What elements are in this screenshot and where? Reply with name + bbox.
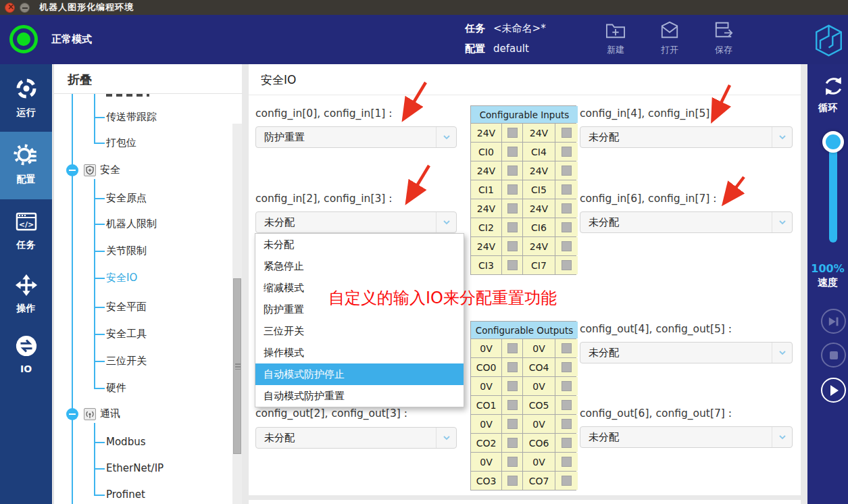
next-section-edge	[249, 500, 801, 504]
config-out45-label: config_out[4], config_out[5] :	[580, 323, 732, 335]
chevron-down-icon	[436, 428, 456, 448]
task-value: <未命名>*	[493, 22, 546, 35]
configurable-outputs-table: Configurable Outputs 0V0V CO0CO4 0V0V CO…	[470, 321, 576, 490]
divider	[249, 95, 801, 95]
tree-body: 传送带跟踪 打包位 安全 安全原点 机器人限制 关节限制 安	[54, 94, 243, 504]
io-state-indicator	[507, 241, 518, 251]
robot-status-icon	[9, 25, 38, 53]
window-minimize-button[interactable]	[20, 3, 30, 13]
chevron-down-icon	[436, 212, 456, 232]
option-auto-mode-safeguard-reset[interactable]: 自动模式防护重置	[255, 385, 464, 407]
io-swap-icon	[15, 334, 38, 360]
config-in01-label: config_in[0], config_in[1] :	[255, 107, 393, 120]
nav-item-operate[interactable]: 操作	[0, 274, 52, 315]
nav-item-task[interactable]: </> 任务	[0, 210, 52, 251]
io-state-indicator	[562, 222, 572, 232]
nav-item-io[interactable]: IO	[0, 334, 52, 374]
io-state-indicator	[562, 184, 572, 195]
play-button[interactable]	[821, 378, 846, 403]
safety-io-panel: 安全IO config_in[0], config_in[1] : 防护重置 c…	[249, 64, 801, 495]
option-unassigned[interactable]: 未分配	[255, 234, 464, 255]
open-button[interactable]: 打开	[648, 20, 691, 56]
option-auto-mode-safeguard-stop[interactable]: 自动模式防护停止	[255, 363, 464, 385]
window-close-button[interactable]	[5, 3, 15, 13]
tree-branch-line	[94, 179, 95, 389]
io-state-indicator	[562, 419, 572, 429]
code-window-icon: </>	[14, 210, 39, 236]
speed-slider-track[interactable]	[829, 140, 837, 243]
run-icon	[14, 76, 39, 103]
app-header: 正常模式 任务 <未命名>* 配置 default 新建 打开 保存	[0, 15, 848, 64]
nav-item-config[interactable]: 配置	[0, 142, 52, 186]
config-in67-select[interactable]: 未分配	[580, 211, 793, 233]
config-in23-select[interactable]: 未分配	[255, 211, 457, 233]
left-nav-sidebar: 运行 配置 </> 任务	[0, 64, 52, 504]
brand-logo-icon	[813, 24, 845, 60]
option-three-position-switch[interactable]: 三位开关	[255, 320, 464, 342]
tree-scrollbar-track[interactable]	[232, 124, 242, 504]
task-row: 任务 <未命名>*	[465, 22, 546, 35]
io-state-indicator	[507, 457, 518, 467]
open-file-icon	[659, 20, 680, 42]
option-operation-mode[interactable]: 操作模式	[255, 342, 464, 363]
tree-branch-line	[94, 94, 95, 144]
config-out67-select[interactable]: 未分配	[580, 426, 793, 448]
config-out23-select[interactable]: 未分配	[255, 427, 457, 449]
save-icon	[713, 20, 734, 42]
collapse-minus-icon[interactable]	[66, 164, 78, 176]
page-title: 安全IO	[261, 72, 296, 88]
nav-config-label: 配置	[17, 174, 36, 186]
move-arrows-icon	[15, 274, 38, 299]
nav-task-label: 任务	[17, 239, 36, 251]
config-in45-select[interactable]: 未分配	[580, 126, 793, 148]
speed-label: 速度	[807, 276, 848, 289]
io-state-indicator	[562, 241, 572, 251]
io-state-indicator	[562, 343, 572, 353]
right-control-sidebar: 循环 100% 速度	[807, 64, 848, 504]
chevron-down-icon	[772, 212, 792, 232]
nav-item-run[interactable]: 运行	[0, 76, 52, 119]
io-state-indicator	[562, 147, 572, 157]
configurable-inputs-table: Configurable Inputs 24V24V CI0CI4 24V24V…	[470, 105, 576, 275]
io-state-indicator	[562, 128, 572, 138]
save-button-label: 保存	[715, 44, 732, 56]
annotation-text: 自定义的输入IO来分配重置功能	[328, 287, 557, 309]
config-row: 配置 default	[465, 43, 529, 55]
config-in45-label: config_in[4], config_in[5] :	[580, 107, 717, 120]
stop-button[interactable]	[821, 343, 846, 368]
chevron-down-icon	[772, 427, 792, 447]
config-in01-select[interactable]: 防护重置	[255, 126, 457, 148]
io-state-indicator	[507, 381, 518, 391]
tree-collapse-header[interactable]: 折叠	[68, 72, 92, 88]
gear-icon	[14, 142, 39, 170]
config-out45-select[interactable]: 未分配	[580, 342, 793, 363]
loop-label: 循环	[807, 102, 848, 114]
new-button-label: 新建	[607, 44, 624, 56]
step-forward-button[interactable]	[821, 309, 846, 334]
io-state-indicator	[562, 166, 572, 176]
io-state-indicator	[507, 438, 518, 448]
config-out23-label: config_out[2], config_out[3] :	[255, 407, 407, 420]
open-button-label: 打开	[661, 44, 678, 56]
speed-slider-knob[interactable]	[822, 131, 844, 153]
window-title: 机器人图形化编程环境	[39, 1, 134, 14]
config-in67-label: config_in[6], config_in[7] :	[580, 193, 717, 205]
task-label: 任务	[465, 22, 485, 35]
radio-signal-icon	[84, 408, 96, 420]
option-emergency-stop[interactable]: 紧急停止	[255, 255, 464, 277]
config-label: 配置	[465, 43, 485, 55]
io-state-indicator	[507, 203, 518, 213]
new-file-icon	[605, 20, 626, 42]
new-button[interactable]: 新建	[594, 20, 637, 56]
io-state-indicator	[562, 260, 572, 270]
tree-scrollbar-handle[interactable]	[233, 278, 241, 454]
save-button[interactable]: 保存	[702, 20, 745, 56]
io-state-indicator	[507, 184, 518, 195]
loop-icon[interactable]	[821, 74, 846, 101]
chevron-down-icon	[772, 343, 792, 363]
io-state-indicator	[562, 203, 572, 213]
io-state-indicator	[507, 147, 518, 157]
config-in23-label: config_in[2], config_in[3] :	[255, 193, 393, 205]
io-state-indicator	[562, 457, 572, 467]
collapse-minus-icon[interactable]	[66, 408, 78, 420]
